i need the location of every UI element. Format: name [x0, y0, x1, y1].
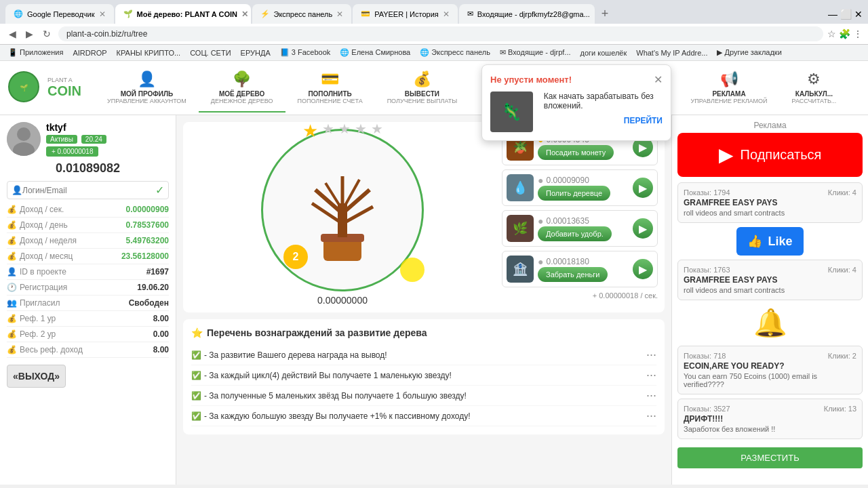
ad-views-2: Показы: 1763	[684, 266, 730, 274]
nav-tree[interactable]: 🌳 МОЁ ДЕРЕВО ДЕНЕЖНОЕ ДЕРЕВО	[199, 64, 285, 113]
tab-1-close[interactable]: ✕	[99, 9, 106, 19]
tree-icon: 🌳	[233, 70, 251, 88]
coin-icon-2: ●	[538, 175, 543, 186]
tree-visual: ★ ★ ★ ★ ★	[190, 129, 495, 306]
notif-link[interactable]: ПЕРЕЙТИ	[544, 116, 663, 125]
extension-icon[interactable]: 🧩	[839, 28, 850, 39]
reg-value: 19.06.20	[137, 283, 169, 292]
tree-amount: 0.00000000	[317, 295, 368, 306]
tab-2-label: Моё дерево: PLANT A COIN	[137, 10, 237, 18]
bm-inbox[interactable]: ✉ Входящие - djrpf...	[497, 47, 574, 58]
bm-doge[interactable]: доги кошелёк	[578, 47, 630, 58]
tab-1[interactable]: 🌐 Google Переводчик ✕	[5, 4, 114, 24]
nav-ads-sublabel: УПРАВЛЕНИЕ РЕКЛАМОЙ	[691, 98, 768, 104]
browser-chrome: 🌐 Google Переводчик ✕ 🌱 Моё дерево: PLAN…	[0, 0, 868, 61]
bm-express[interactable]: 🌐 Экспресс панель	[417, 47, 493, 58]
nav-profile[interactable]: 👤 МОЙ ПРОФИЛЬ УПРАВЛЕНИЕ АККАУНТОМ	[95, 64, 199, 113]
right-sidebar: Реклама ▶ Подписаться Показы: 1794 Клики…	[671, 115, 868, 485]
reward-text-3: - За полученные 5 маленьких звёзд Вы пол…	[204, 391, 646, 401]
check-icon: ✓	[155, 184, 164, 197]
ad-views-1: Показы: 1794	[684, 188, 730, 197]
tab-4-close[interactable]: ✕	[443, 9, 450, 19]
nav-ads[interactable]: 📢 РЕКЛАМА УПРАВЛЕНИЕ РЕКЛАМОЙ	[679, 64, 780, 113]
tab-2-close[interactable]: ✕	[241, 9, 248, 19]
maximize-button[interactable]: ⬜	[840, 9, 852, 20]
reward-dots-2[interactable]: ···	[646, 368, 656, 382]
water-arrow[interactable]: ▶	[633, 178, 653, 198]
ad-stats-2: Показы: 1763 Клики: 4	[684, 266, 856, 274]
minimize-button[interactable]: —	[828, 9, 837, 20]
id-row: 👤 ID в проекте #1697	[7, 264, 169, 280]
ad-text-2: roll videos and smart contracts	[684, 286, 856, 294]
url-input[interactable]	[58, 26, 823, 41]
login-email-input[interactable]	[22, 186, 155, 195]
youtube-subscribe-button[interactable]: ▶ Подписаться	[677, 133, 863, 177]
ref2-icon: 💰	[7, 329, 17, 339]
tab-3-label: Экспресс панель	[274, 10, 333, 18]
tab-2[interactable]: 🌱 Моё дерево: PLANT A COIN ✕	[115, 4, 251, 24]
reward-item-2: ✅ - За каждый цикл(4) действий Вы получа…	[191, 365, 656, 386]
bookmarks-bar: 📱 Приложения AIRDROP КРАНЫ КРИПТО... СОЦ…	[0, 45, 868, 61]
nav-profile-sublabel: УПРАВЛЕНИЕ АККАУНТОМ	[107, 98, 186, 104]
bm-ip[interactable]: What's My IP Addre...	[633, 47, 710, 58]
per-sec-display: + 0.00000018 / сек.	[502, 291, 658, 300]
tab-3-close[interactable]: ✕	[336, 9, 343, 19]
nav-withdraw[interactable]: 💰 ВЫВЕСТИ ПОЛУЧЕНИЕ ВЫПЛАТЫ	[375, 64, 470, 113]
tab-5[interactable]: ✉ Входящие - djrpfkmyfz28@gma... ✕	[459, 4, 595, 24]
bell-animation: 🔔	[677, 307, 863, 339]
reward-text-4: - За каждую большую звезду Вы получаете …	[204, 411, 646, 421]
back-button[interactable]: ◀	[5, 27, 20, 41]
nav-withdraw-sublabel: ПОЛУЧЕНИЕ ВЫПЛАТЫ	[387, 98, 458, 104]
menu-icon[interactable]: ⋮	[853, 28, 863, 39]
water-button[interactable]: Полить деревце	[538, 186, 610, 201]
income-per-week-value: 5.49763200	[126, 236, 169, 245]
tab-4[interactable]: 💳 PAYEER | История ✕	[353, 4, 458, 24]
check-3: ✅	[191, 391, 201, 401]
fertilize-arrow[interactable]: ▶	[633, 218, 653, 239]
total-ref-row: 💰 Весь реф. доход 8.00	[7, 342, 169, 358]
tab-3[interactable]: ⚡ Экспресс панель ✕	[252, 4, 352, 24]
forward-button[interactable]: ▶	[22, 27, 37, 41]
bm-misc[interactable]: ЕРУНДА	[238, 47, 273, 58]
tab-5-close[interactable]: ✕	[594, 9, 595, 19]
login-input-row: 👤 ✓	[7, 181, 169, 199]
reg-label: 🕐 Регистрация	[7, 283, 67, 292]
bm-other[interactable]: ▶ Другие закладки	[714, 47, 784, 58]
fertilize-info: ● 0.00013635 Добавить удобр.	[538, 216, 629, 241]
star-badge: 2	[283, 245, 308, 269]
new-tab-button[interactable]: +	[596, 4, 614, 24]
reward-dots-3[interactable]: ···	[646, 388, 656, 403]
ad-text-4: Заработок без вложений !!	[684, 425, 856, 433]
collect-button[interactable]: Забрать деньги	[538, 267, 608, 282]
reward-dots-1[interactable]: ···	[646, 348, 656, 362]
ref1-label: 💰 Реф. 1 ур	[7, 314, 56, 323]
fertilize-button[interactable]: Добавить удобр.	[538, 226, 612, 241]
plant-button[interactable]: Посадить монету	[538, 145, 614, 160]
reload-button[interactable]: ↻	[39, 27, 54, 41]
nav-calc[interactable]: ⚙ КАЛЬКУЛ... РАССЧИТАТЬ...	[780, 64, 849, 113]
bm-elena[interactable]: 🌐 Елена Смирнова	[337, 47, 413, 58]
notif-close-button[interactable]: ✕	[654, 73, 663, 86]
income-per-sec-label: 💰 Доход / сек.	[7, 205, 64, 214]
youtube-btn-label: Подписаться	[741, 147, 822, 163]
bm-social[interactable]: СОЦ. СЕТИ	[187, 47, 233, 58]
close-button[interactable]: ✕	[854, 9, 863, 20]
user-details: tktyf Активы 20.24 + 0.00000018	[46, 122, 106, 156]
bm-crypto[interactable]: КРАНЫ КРИПТО...	[114, 47, 184, 58]
notif-body: 🦎 Как начать зарабатывать без вложений. …	[490, 92, 663, 132]
nav-calc-label: КАЛЬКУЛ...	[795, 90, 833, 98]
collect-arrow[interactable]: ▶	[633, 259, 653, 279]
reward-item-4: ✅ - За каждую большую звезду Вы получает…	[191, 406, 656, 426]
like-button[interactable]: 👍 Like	[736, 227, 803, 256]
nav-deposit[interactable]: 💳 ПОПОЛНИТЬ ПОПОЛНЕНИЕ СЧЕТА	[285, 64, 375, 113]
bm-airdrop[interactable]: AIRDROP	[70, 47, 109, 58]
bookmark-icon[interactable]: ☆	[827, 28, 836, 39]
bm-apps[interactable]: 📱 Приложения	[5, 47, 66, 58]
bm-fb[interactable]: 📘 3 Facebook	[277, 47, 334, 58]
income-per-month-row: 💰 Доход / месяц 23.56128000	[7, 249, 169, 264]
ad-stats-3: Показы: 718 Клики: 2	[684, 352, 856, 360]
reward-dots-4[interactable]: ···	[646, 409, 656, 423]
inviter-label: 👥 Пригласил	[7, 298, 60, 308]
logout-button[interactable]: «ВЫХОД»	[7, 365, 66, 388]
place-ad-button[interactable]: РАЗМЕСТИТЬ	[677, 447, 863, 468]
